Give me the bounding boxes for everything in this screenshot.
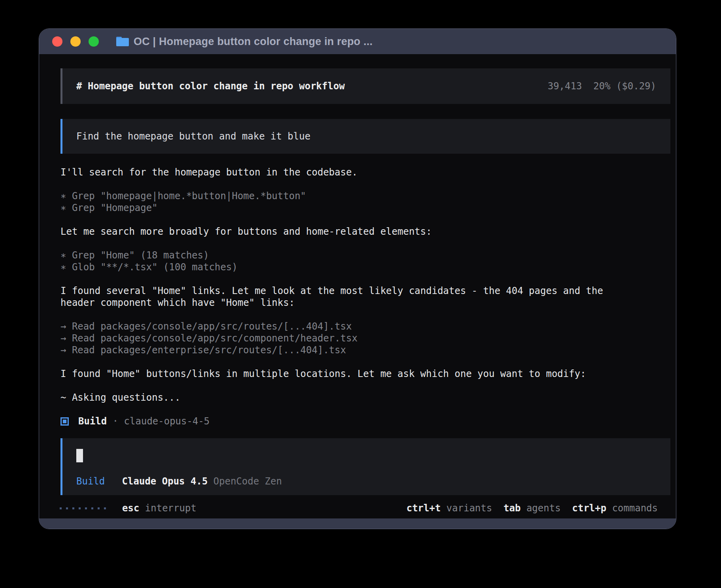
agent-badge: Build · claude-opus-4-5: [60, 415, 670, 427]
zoom-button[interactable]: [89, 36, 99, 47]
variants-hint: ctrl+t variants: [406, 502, 492, 514]
agents-hint: tab agents: [504, 502, 561, 514]
asterisk-icon: ∗: [60, 261, 72, 273]
assistant-message: I'll search for the homepage button in t…: [60, 166, 670, 178]
agent-square-icon: [60, 417, 69, 426]
provider-label: OpenCode Zen: [213, 475, 282, 487]
message-line: I found "Home" buttons/links in multiple…: [60, 368, 670, 380]
assistant-message: Let me search more broadly for buttons a…: [60, 226, 670, 237]
interrupt-hint: esc interrupt: [122, 502, 196, 514]
progress-dot: [66, 507, 68, 509]
tool-call-line: →Read packages/console/app/src/component…: [60, 332, 670, 344]
progress-dot: [98, 507, 100, 509]
arrow-right-icon: →: [60, 344, 72, 356]
message-line: I'll search for the homepage button in t…: [60, 166, 670, 178]
tool-call-group: ∗Grep "homepage|home.*button|Home.*butto…: [60, 190, 670, 214]
context-percent: 20%: [593, 81, 610, 92]
terminal-content: # Homepage button color change in repo w…: [39, 54, 676, 518]
window-bottom-chrome: [39, 518, 676, 529]
agent-model: claude-opus-4-5: [124, 415, 210, 427]
assistant-message: I found several "Home" links. Let me loo…: [60, 285, 670, 309]
commands-hint: ctrl+p commands: [572, 502, 658, 514]
tool-call-line: ∗Grep "Home" (18 matches): [60, 249, 670, 261]
tool-call-line: →Read packages/enterprise/src/routes/[..…: [60, 344, 670, 356]
text-cursor: [76, 449, 83, 462]
agent-mode-label: Build: [76, 475, 105, 487]
status-bar: esc interrupt ctrl+t variants tab agents…: [60, 502, 670, 514]
tool-call-group: →Read packages/console/app/src/routes/[.…: [60, 320, 670, 356]
tool-call-line: ∗Glob "**/*.tsx" (100 matches): [60, 261, 670, 273]
session-title: # Homepage button color change in repo w…: [76, 80, 345, 92]
asterisk-icon: ∗: [60, 202, 72, 214]
message-line: header component which have "Home" links…: [60, 297, 670, 309]
asterisk-icon: ∗: [60, 249, 72, 261]
assistant-message: I found "Home" buttons/links in multiple…: [60, 368, 670, 380]
tilde-icon: ~: [60, 392, 72, 403]
progress-dot: [79, 507, 81, 509]
message-line: Let me search more broadly for buttons a…: [60, 226, 670, 237]
progress-dot: [91, 507, 93, 509]
window-title: OC | Homepage button color change in rep…: [134, 36, 373, 48]
user-message-text: Find the homepage button and make it blu…: [76, 130, 310, 142]
titlebar: OC | Homepage button color change in rep…: [39, 29, 676, 54]
tool-call-group: ∗Grep "Home" (18 matches) ∗Glob "**/*.ts…: [60, 249, 670, 273]
asterisk-icon: ∗: [60, 190, 72, 202]
user-message: Find the homepage button and make it blu…: [60, 119, 670, 154]
token-count: 39,413: [547, 81, 582, 92]
arrow-right-icon: →: [60, 332, 72, 344]
status-line: ~Asking questions...: [60, 392, 670, 403]
session-cost: ($0.29): [616, 81, 656, 92]
arrow-right-icon: →: [60, 320, 72, 332]
model-label: Claude Opus 4.5: [122, 475, 208, 487]
badge-separator: ·: [113, 415, 118, 427]
tool-call-line: ∗Grep "Homepage": [60, 202, 670, 214]
progress-dot: [60, 507, 62, 509]
progress-dot: [104, 507, 106, 509]
conversation: I'll search for the homepage button in t…: [60, 166, 670, 427]
close-button[interactable]: [52, 36, 62, 47]
terminal-window: OC | Homepage button color change in rep…: [39, 28, 676, 529]
session-header: # Homepage button color change in repo w…: [60, 68, 670, 104]
tool-call-line: →Read packages/console/app/src/routes/[.…: [60, 320, 670, 332]
prompt-input[interactable]: Build Claude Opus 4.5 OpenCode Zen: [60, 438, 670, 495]
folder-icon: [116, 37, 129, 46]
tool-call-line: ∗Grep "homepage|home.*button|Home.*butto…: [60, 190, 670, 202]
session-stats: 39,41320%($0.29): [547, 80, 656, 92]
status-message: ~Asking questions...: [60, 392, 670, 403]
message-line: I found several "Home" links. Let me loo…: [60, 285, 670, 297]
prompt-footer: Build Claude Opus 4.5 OpenCode Zen: [76, 475, 656, 487]
progress-dots: [60, 507, 106, 509]
minimize-button[interactable]: [70, 36, 81, 47]
progress-dot: [72, 507, 74, 509]
progress-dot: [85, 507, 87, 509]
agent-name: Build: [78, 415, 107, 427]
